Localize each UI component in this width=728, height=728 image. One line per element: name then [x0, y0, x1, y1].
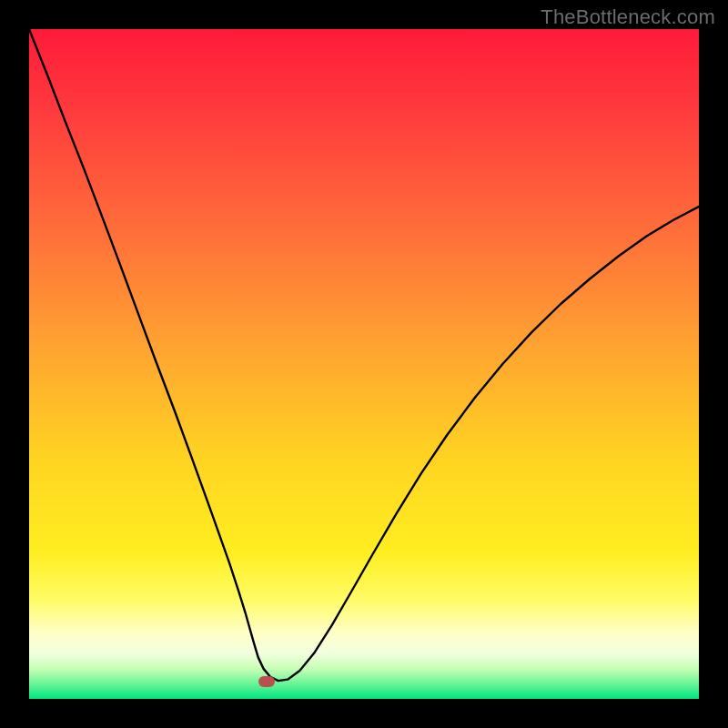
svg-rect-0 — [29, 29, 699, 699]
watermark-text: TheBottleneck.com — [541, 5, 715, 29]
chart-frame: TheBottleneck.com — [0, 0, 728, 728]
gradient-background — [29, 29, 699, 699]
bottleneck-curve — [29, 29, 699, 699]
plot-area — [29, 29, 699, 699]
optimum-marker — [258, 676, 275, 687]
